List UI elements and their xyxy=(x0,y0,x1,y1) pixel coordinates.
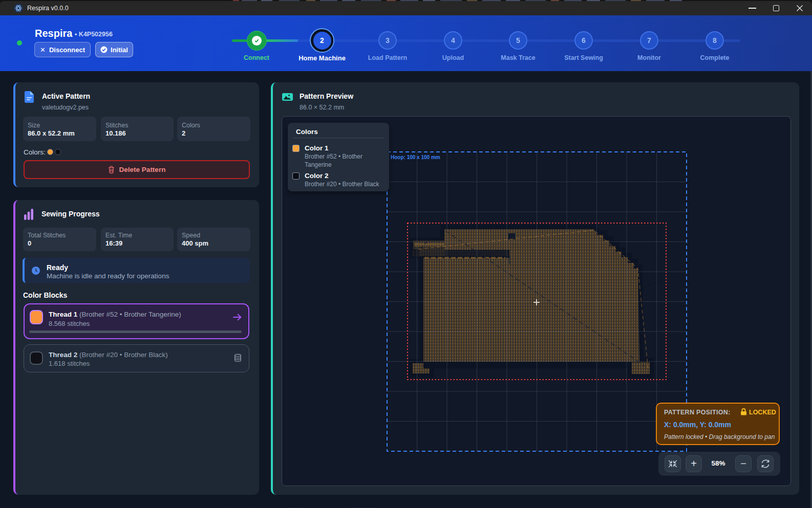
svg-text:Hoop: 100 x 100 mm: Hoop: 100 x 100 mm xyxy=(391,154,440,160)
